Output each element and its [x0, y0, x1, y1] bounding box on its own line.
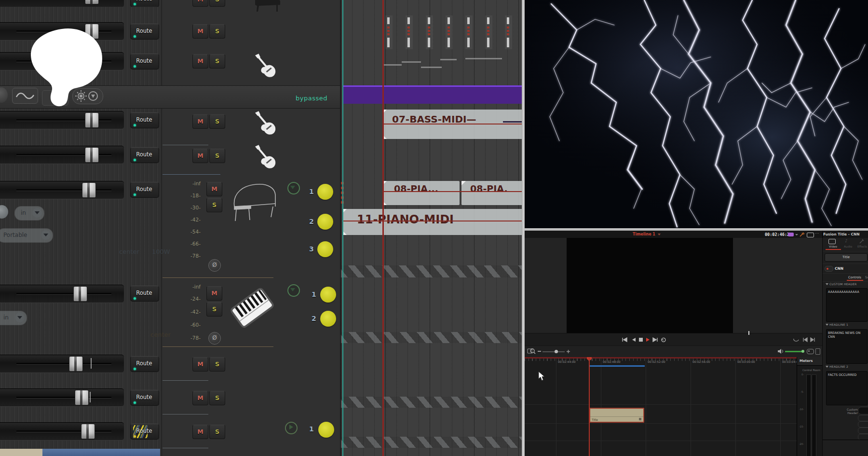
playhead[interactable]	[382, 0, 384, 456]
viewer-canvas[interactable]	[567, 238, 733, 333]
zoom-tool-icon[interactable]	[527, 348, 536, 354]
route-button[interactable]: Route	[130, 356, 159, 372]
send-led[interactable]	[318, 422, 334, 438]
solo-button[interactable]: S	[209, 24, 225, 39]
stop-icon[interactable]	[639, 338, 643, 342]
chevron-down-icon[interactable]	[826, 366, 828, 368]
route-button[interactable]: Route	[130, 424, 159, 440]
section-custom-header[interactable]: CUSTOM HEADER	[829, 282, 857, 286]
mute-button[interactable]: M	[192, 54, 208, 69]
arrange-timeline[interactable]: 07-BASS-MIDI— 08-PIA... 08-PIA. 11-PIANO…	[340, 0, 522, 456]
fx-collapse-icon[interactable]	[287, 182, 300, 194]
field[interactable]	[858, 428, 868, 434]
clip-color-icon[interactable]	[788, 233, 794, 236]
route-button[interactable]: Route	[130, 390, 159, 406]
media-item-piano-a[interactable]: 08-PIA...	[382, 181, 460, 205]
volume-fader[interactable]	[0, 355, 124, 373]
phase-button[interactable]: Ø	[208, 259, 221, 272]
solo-button[interactable]: S	[209, 149, 225, 163]
volume-handle[interactable]	[801, 350, 804, 353]
route-button[interactable]: Route	[130, 286, 159, 302]
volume-fader[interactable]	[0, 146, 124, 164]
playhead-line[interactable]	[589, 358, 590, 456]
resize-icon[interactable]	[793, 338, 800, 342]
midi-item[interactable]	[407, 17, 410, 47]
custom-header-field[interactable]	[858, 407, 868, 415]
title-section-button[interactable]: Title	[825, 253, 868, 262]
send-led[interactable]	[317, 241, 333, 257]
more-options-icon[interactable]: ⋯	[815, 231, 819, 235]
zoom-out-icon[interactable]	[538, 351, 541, 352]
solo-button[interactable]: S	[209, 54, 225, 69]
chevron-down-icon[interactable]	[795, 234, 798, 235]
skip-start-icon[interactable]	[622, 337, 627, 342]
volume-fader[interactable]	[0, 181, 124, 199]
solo-button[interactable]: S	[209, 0, 225, 7]
midi-item[interactable]	[487, 17, 489, 47]
timeline-name[interactable]: Timeline 1	[633, 232, 655, 236]
mute-button[interactable]: M	[206, 182, 222, 196]
speaker-icon[interactable]	[777, 349, 784, 354]
mute-button[interactable]: M	[192, 114, 208, 129]
fit-view-icon[interactable]	[807, 233, 814, 237]
midi-item[interactable]	[467, 17, 470, 47]
volume-fader[interactable]	[0, 422, 124, 441]
media-item-piano-b[interactable]: 08-PIA.	[461, 181, 522, 205]
volume-fader[interactable]	[0, 0, 124, 7]
tab-effects[interactable]: Effects	[857, 245, 867, 248]
audio-control-icon[interactable]	[807, 349, 814, 354]
route-button[interactable]: Route	[130, 24, 159, 40]
mute-button[interactable]: M	[192, 357, 208, 372]
solo-button[interactable]: S	[206, 198, 222, 212]
section-headline-2[interactable]: HEADLINE 2	[829, 365, 848, 368]
custom-header-textarea[interactable]: AAAAAAAAAAAAAA	[826, 288, 868, 322]
layer-name[interactable]: CNN	[835, 266, 843, 271]
play-icon[interactable]	[646, 338, 650, 342]
mute-button[interactable]: M	[206, 286, 222, 301]
media-item-piano-midi[interactable]: 11-PIANO-MIDI	[342, 209, 522, 235]
field[interactable]	[858, 415, 868, 421]
headline-1-textarea[interactable]: BREAKING NEWS ON CNN	[826, 329, 868, 364]
mute-button[interactable]: M	[192, 391, 208, 405]
route-button[interactable]: Route	[130, 112, 159, 128]
solo-button[interactable]: S	[209, 357, 225, 372]
send-led[interactable]	[320, 311, 336, 327]
automation-region[interactable]	[343, 85, 522, 104]
input-dropdown[interactable]: in	[0, 311, 27, 325]
solo-button[interactable]: S	[209, 391, 225, 405]
layer-toggle[interactable]	[825, 266, 833, 272]
panel-toggle-icon[interactable]	[815, 348, 820, 355]
input-dropdown[interactable]: in	[14, 206, 44, 221]
timeline-region[interactable]	[525, 357, 822, 456]
phase-button[interactable]: Ø	[208, 332, 221, 345]
zoom-in-icon[interactable]	[566, 349, 570, 354]
volume-fader[interactable]	[0, 111, 124, 129]
solo-button[interactable]: S	[206, 302, 222, 317]
route-button[interactable]: Route	[130, 147, 159, 163]
solo-button[interactable]: S	[209, 425, 225, 439]
volume-slider[interactable]	[785, 351, 802, 352]
mute-button[interactable]: M	[192, 24, 208, 39]
mute-button[interactable]: M	[192, 425, 208, 439]
prev-frame-icon[interactable]	[802, 337, 808, 342]
loop-icon[interactable]	[660, 337, 667, 343]
mute-button[interactable]: M	[192, 149, 208, 163]
play-reverse-icon[interactable]	[632, 338, 636, 342]
midi-item[interactable]	[428, 17, 430, 47]
volume-fader[interactable]	[0, 388, 124, 407]
chevron-down-icon[interactable]	[658, 234, 661, 235]
zoom-slider[interactable]	[542, 351, 565, 352]
send-led[interactable]	[320, 287, 336, 303]
solo-button[interactable]: S	[209, 114, 225, 129]
headline-2-textarea[interactable]: FACTS OCCURRED	[826, 371, 868, 405]
next-frame-icon[interactable]	[810, 337, 815, 342]
send-led[interactable]	[317, 184, 333, 200]
timeline-clip[interactable]: Title	[589, 408, 644, 423]
preset-dropdown[interactable]: Portable	[0, 228, 53, 243]
play-send-icon[interactable]	[285, 422, 298, 434]
skip-end-icon[interactable]	[652, 337, 658, 342]
mute-button[interactable]: M	[192, 0, 208, 7]
midi-item[interactable]	[387, 17, 390, 47]
section-headline-1[interactable]: HEADLINE 1	[829, 323, 848, 326]
chevron-down-icon[interactable]	[826, 283, 828, 285]
